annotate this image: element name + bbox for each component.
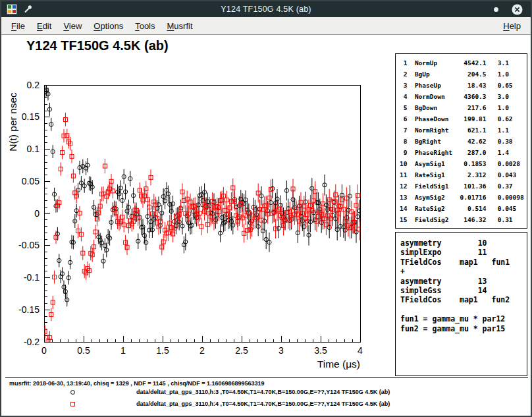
svg-text:0.5: 0.5 xyxy=(77,345,90,356)
axis-labels: 00.511.522.533.54-0.2-0.15-0.1-0.0500.05… xyxy=(7,80,363,370)
svg-text:4: 4 xyxy=(358,345,363,356)
app-icon xyxy=(7,4,17,14)
menu-help[interactable]: Help xyxy=(497,21,527,31)
svg-text:0.05: 0.05 xyxy=(22,176,40,186)
root-canvas[interactable]: Y124 TF150G 4.5K (ab) 00.511.522.533.54-… xyxy=(1,35,531,416)
theory-line: asymmetry 10 xyxy=(400,238,527,248)
theory-line: TFieldCos map1 fun1 xyxy=(400,258,527,267)
svg-text:0.1: 0.1 xyxy=(27,144,40,154)
fit-parameter-row: 1 NormUp 4542.1 3.1 xyxy=(400,57,527,69)
fit-parameter-row: 15 FieldSig2 146.32 0.31 xyxy=(400,214,527,225)
menubar: File Edit View Options Tools Musrfit Hel… xyxy=(1,17,531,35)
svg-text:Time (μs): Time (μs) xyxy=(317,358,360,370)
musrview-window: Y124 TF150G 4.5K (ab) File Edit View Opt… xyxy=(0,0,532,417)
fit-parameter-row: 7 NormRight 621.1 1.1 xyxy=(400,125,527,136)
fit-parameter-row: 10 AsymSig1 0.1853 0.0028 xyxy=(400,158,527,169)
svg-text:-0.1: -0.1 xyxy=(24,272,40,283)
fit-parameter-row: 9 PhaseRight 287.0 1.4 xyxy=(400,147,527,158)
theory-panel: asymmetry 10simplExpo 11TFieldCos map1 f… xyxy=(395,232,527,376)
theory-line: fun1 = gamma_mu * par12 xyxy=(400,314,527,323)
svg-text:0: 0 xyxy=(34,208,40,219)
svg-text:0: 0 xyxy=(41,345,47,356)
svg-text:0.15: 0.15 xyxy=(22,111,40,122)
fit-parameter-row: 5 BgDown 217.6 1.0 xyxy=(400,102,527,113)
plot-area[interactable]: 00.511.522.533.54-0.2-0.15-0.1-0.0500.05… xyxy=(1,35,396,377)
theory-line xyxy=(400,305,527,314)
close-button[interactable] xyxy=(512,4,523,15)
svg-text:2.5: 2.5 xyxy=(235,345,248,356)
svg-text:N(t) per nsec: N(t) per nsec xyxy=(7,92,18,152)
theory-line: asymmetry 13 xyxy=(400,277,527,286)
fit-parameter-row: 8 BgRight 42.62 0.38 xyxy=(400,136,527,147)
legend-entry: data/deltat_pta_gps_3110,h:4 ,T0=4.50K,T… xyxy=(5,399,528,410)
menu-musrfit[interactable]: Musrfit xyxy=(161,21,199,31)
svg-text:3: 3 xyxy=(279,345,284,356)
theory-line: TFieldCos map1 fun2 xyxy=(400,295,527,304)
menu-tools[interactable]: Tools xyxy=(129,21,161,31)
fit-parameter-row: 11 RateSig1 2.312 0.043 xyxy=(400,169,527,181)
menu-view[interactable]: View xyxy=(57,21,88,31)
fit-parameter-row: 4 NormDown 4360.3 3.0 xyxy=(400,91,527,102)
svg-text:-0.05: -0.05 xyxy=(18,240,40,250)
window-title: Y124 TF150G 4.5K (ab) xyxy=(1,5,531,14)
menu-options[interactable]: Options xyxy=(88,21,129,31)
svg-text:1: 1 xyxy=(120,345,126,356)
legend: data/deltat_pta_gps_3110,h:3 ,T0=4.50K,T… xyxy=(5,387,528,410)
theory-line: simpleGss 14 xyxy=(400,286,527,295)
svg-text:2: 2 xyxy=(200,345,205,356)
plot-frame xyxy=(44,85,360,342)
legend-entry: data/deltat_pta_gps_3110,h:3 ,T0=4.50K,T… xyxy=(5,387,528,399)
theory-line: simplExpo 11 xyxy=(400,248,527,257)
theory-line: fun2 = gamma_mu * par15 xyxy=(400,324,527,333)
legend-label: data/deltat_pta_gps_3110,h:3 ,T0=4.50K,T… xyxy=(136,389,390,395)
theory-line: + xyxy=(400,267,527,276)
fit-parameter-row: 13 AsymSig2 0.01716 0.00098 xyxy=(400,192,527,203)
fit-parameter-row: 14 RateSig2 0.514 0.045 xyxy=(400,203,527,214)
fit-info-footer: musrfit: 2018-06-30, 13:19:40, chisq = 1… xyxy=(5,377,528,410)
series-open-square xyxy=(43,113,361,361)
menu-file[interactable]: File xyxy=(5,21,31,31)
menu-edit[interactable]: Edit xyxy=(31,21,57,31)
svg-text:-0.2: -0.2 xyxy=(24,337,40,347)
svg-text:3.5: 3.5 xyxy=(314,345,327,356)
svg-text:1.5: 1.5 xyxy=(156,345,169,356)
titlebar[interactable]: Y124 TF150G 4.5K (ab) xyxy=(1,1,531,17)
fit-parameters-panel: 1 NormUp 4542.1 3.1 2 BgUp 204.5 1.0 3 P… xyxy=(395,53,527,229)
open-circle-icon xyxy=(70,390,75,395)
open-square-icon xyxy=(70,402,75,406)
minimize-button[interactable] xyxy=(494,7,498,12)
svg-text:0.2: 0.2 xyxy=(27,80,40,90)
fit-parameter-row: 6 PhaseDown 199.81 0.62 xyxy=(400,113,527,125)
fit-parameter-row: 12 FieldSig1 101.36 0.37 xyxy=(400,181,527,192)
fit-stats: musrfit: 2018-06-30, 13:19:40, chisq = 1… xyxy=(5,380,528,387)
svg-text:-0.15: -0.15 xyxy=(18,304,40,315)
fit-parameter-row: 2 BgUp 204.5 1.0 xyxy=(400,69,527,80)
fit-parameter-row: 3 PhaseUp 18.43 0.65 xyxy=(400,80,527,91)
legend-label: data/deltat_pta_gps_3110,h:4 ,T0=4.50K,T… xyxy=(136,401,390,407)
pin-icon[interactable] xyxy=(23,5,32,14)
